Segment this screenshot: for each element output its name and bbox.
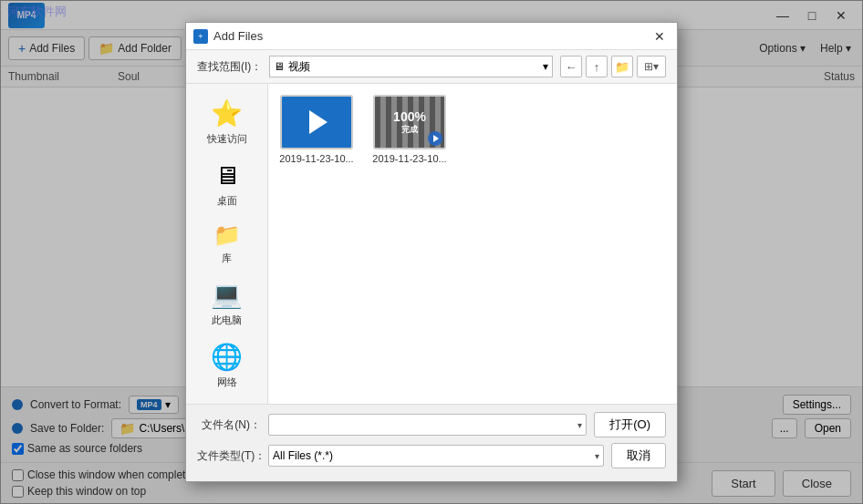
filename-row: 文件名(N)： ▾ 打开(O) bbox=[197, 412, 666, 437]
location-value: 视频 bbox=[288, 59, 310, 75]
filename-dropdown-arrow: ▾ bbox=[577, 420, 582, 430]
dialog-sidebar: ⭐ 快速访问 🖥 桌面 📁 库 💻 此电脑 🌐 网络 bbox=[186, 84, 268, 404]
library-label: 库 bbox=[222, 252, 232, 265]
sidebar-item-library[interactable]: 📁 库 bbox=[191, 219, 264, 269]
file-thumbnail-1 bbox=[280, 95, 353, 149]
sidebar-item-desktop[interactable]: 🖥 桌面 bbox=[191, 157, 264, 211]
sidebar-item-quick-access[interactable]: ⭐ 快速访问 bbox=[191, 95, 264, 149]
dialog-title-text: Add Files bbox=[213, 29, 263, 43]
file-item-2[interactable]: 100% 完成 2019-11-23-10... bbox=[369, 91, 451, 168]
dialog-close-button[interactable]: ✕ bbox=[650, 26, 670, 46]
dialog-bottom: 文件名(N)： ▾ 打开(O) 文件类型(T)： All Files (*.*)… bbox=[186, 404, 677, 481]
library-icon: 📁 bbox=[213, 222, 241, 248]
dialog-file-area: 2019-11-23-10... 100% 完成 bbox=[268, 84, 677, 404]
filetype-row: 文件类型(T)： All Files (*.*) ▾ 取消 bbox=[197, 443, 666, 468]
dialog-body: ⭐ 快速访问 🖥 桌面 📁 库 💻 此电脑 🌐 网络 bbox=[186, 84, 677, 404]
this-pc-icon: 💻 bbox=[211, 280, 243, 310]
play-overlay bbox=[428, 131, 442, 146]
nav-up-button[interactable]: ↑ bbox=[586, 56, 608, 77]
filename-label: 文件名(N)： bbox=[197, 417, 261, 433]
nav-back-button[interactable]: ← bbox=[560, 56, 582, 77]
quick-access-icon: ⭐ bbox=[211, 98, 243, 129]
quick-access-label: 快速访问 bbox=[207, 132, 247, 146]
add-files-dialog: + Add Files ✕ 查找范围(I)： 🖥 视频 ▾ ← ↑ 📁 ⊞▾ bbox=[185, 22, 678, 482]
file-item-1[interactable]: 2019-11-23-10... bbox=[276, 91, 358, 168]
film-content: 100% 完成 bbox=[393, 109, 426, 135]
dialog-title-bar: + Add Files ✕ bbox=[186, 23, 677, 50]
play-triangle-icon bbox=[309, 110, 328, 134]
sidebar-item-network[interactable]: 🌐 网络 bbox=[191, 338, 264, 393]
location-select[interactable]: 🖥 视频 ▾ bbox=[269, 56, 553, 77]
dialog-nav-buttons: ← ↑ 📁 ⊞▾ bbox=[560, 56, 666, 77]
dialog-toolbar: 查找范围(I)： 🖥 视频 ▾ ← ↑ 📁 ⊞▾ bbox=[186, 50, 677, 84]
nav-new-folder-button[interactable]: 📁 bbox=[611, 56, 633, 77]
this-pc-label: 此电脑 bbox=[212, 314, 242, 327]
location-dropdown-arrow: ▾ bbox=[543, 60, 548, 73]
dialog-cancel-button[interactable]: 取消 bbox=[611, 443, 666, 468]
network-icon: 🌐 bbox=[211, 342, 243, 372]
filename-input[interactable]: ▾ bbox=[268, 414, 587, 436]
dialog-overlay: + Add Files ✕ 查找范围(I)： 🖥 视频 ▾ ← ↑ 📁 ⊞▾ bbox=[0, 0, 863, 504]
location-label: 查找范围(I)： bbox=[197, 59, 262, 75]
filetype-label: 文件类型(T)： bbox=[197, 448, 261, 464]
filetype-dropdown-arrow: ▾ bbox=[595, 451, 599, 461]
play-overlay-icon bbox=[433, 135, 439, 142]
dialog-icon: + bbox=[193, 29, 208, 44]
file-name-2: 2019-11-23-10... bbox=[372, 153, 446, 164]
desktop-icon: 🖥 bbox=[214, 160, 240, 190]
network-label: 网络 bbox=[217, 375, 237, 389]
filetype-input[interactable]: All Files (*.*) ▾ bbox=[268, 445, 604, 467]
dialog-title-left: + Add Files bbox=[193, 29, 263, 44]
desktop-label: 桌面 bbox=[217, 194, 237, 208]
file-thumbnail-2: 100% 完成 bbox=[373, 95, 446, 149]
filetype-value: All Files (*.*) bbox=[273, 449, 333, 462]
video1-thumb bbox=[282, 97, 351, 148]
location-folder-icon: 🖥 bbox=[274, 60, 285, 73]
file-name-1: 2019-11-23-10... bbox=[279, 153, 353, 164]
sidebar-item-this-pc[interactable]: 💻 此电脑 bbox=[191, 276, 264, 331]
video2-thumb: 100% 完成 bbox=[375, 97, 444, 148]
view-button[interactable]: ⊞▾ bbox=[637, 56, 666, 77]
dialog-open-button[interactable]: 打开(O) bbox=[594, 412, 666, 437]
